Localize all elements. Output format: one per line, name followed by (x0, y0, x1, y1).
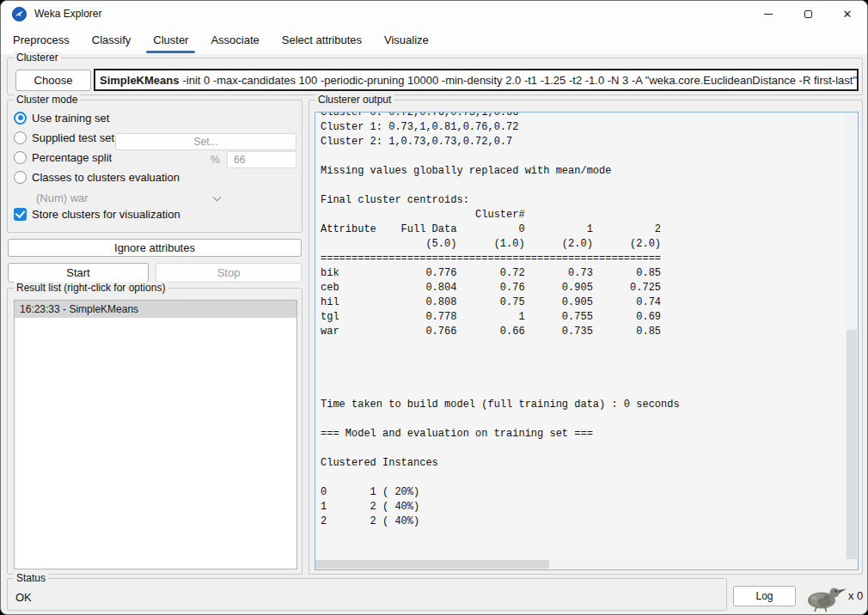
percentage-split-input[interactable]: 66 (227, 151, 296, 168)
clusterer-output-group: Clusterer output Cluster 0: 0.72,0.76,0.… (309, 100, 863, 575)
cluster-mode-group: Cluster mode Use training set Supplied t… (7, 100, 303, 233)
class-attribute-combo[interactable]: (Num) war (36, 190, 227, 206)
result-list: 16:23:33 - SimpleKMeans (14, 300, 297, 569)
percent-sign-label: % (211, 154, 220, 166)
radio-label: Percentage split (32, 151, 112, 164)
explorer-tab-bar: Preprocess Classify Cluster Associate Se… (1, 27, 867, 54)
radio-icon (14, 171, 27, 184)
clusterer-output-area[interactable]: Cluster 0: 0.72,0.76,0.73,1,0.66 Cluster… (315, 112, 859, 570)
close-button[interactable]: ✕ (828, 1, 867, 27)
weka-bird-icon (804, 582, 848, 613)
close-icon: ✕ (843, 8, 853, 21)
radio-supplied-test-set[interactable]: Supplied test set (14, 131, 114, 144)
tab-preprocess[interactable]: Preprocess (2, 27, 81, 54)
radio-label: Supplied test set (32, 131, 114, 144)
radio-icon (14, 151, 27, 164)
checkbox-checked-icon (14, 208, 27, 221)
log-button[interactable]: Log (733, 586, 796, 606)
window-title: Weka Explorer (34, 8, 101, 20)
clusterer-output-group-label: Clusterer output (315, 94, 394, 106)
ignore-attributes-button[interactable]: Ignore attributes (8, 239, 302, 257)
radio-percentage-split[interactable]: Percentage split (14, 150, 112, 164)
status-text: OK (15, 591, 32, 604)
tab-visualize[interactable]: Visualize (373, 27, 440, 54)
radio-icon (14, 131, 27, 144)
clusterer-group-label: Clusterer (14, 52, 61, 64)
tab-associate[interactable]: Associate (199, 27, 270, 54)
start-button[interactable]: Start (8, 263, 149, 283)
status-group-label: Status (14, 572, 48, 584)
stop-button[interactable]: Stop (156, 263, 302, 283)
tab-cluster[interactable]: Cluster (142, 27, 199, 54)
radio-use-training-set[interactable]: Use training set (14, 111, 109, 125)
result-list-group-label: Result list (right-click for options) (14, 282, 168, 294)
scheme-options: -init 0 -max-candidates 100 -periodic-pr… (182, 74, 859, 87)
checkbox-label: Store clusters for visualization (32, 208, 180, 221)
log-counter: x 0 (848, 589, 863, 602)
maximize-button[interactable] (788, 1, 828, 27)
tab-classify[interactable]: Classify (81, 27, 143, 54)
minimize-button[interactable] (749, 1, 788, 27)
clusterer-output-text: Cluster 0: 0.72,0.76,0.73,1,0.66 Cluster… (315, 112, 858, 529)
store-clusters-checkbox[interactable]: Store clusters for visualization (14, 207, 180, 221)
maximize-icon (804, 10, 812, 18)
output-vertical-scrollbar[interactable] (846, 113, 858, 559)
radio-label: Use training set (32, 112, 109, 125)
minimize-icon (764, 14, 773, 15)
radio-icon-selected (14, 112, 27, 125)
result-list-group: Result list (right-click for options) 16… (7, 288, 303, 575)
window-controls: ✕ (749, 1, 867, 27)
result-list-item[interactable]: 16:23:33 - SimpleKMeans (15, 301, 296, 318)
vertical-scrollbar-thumb[interactable] (847, 330, 857, 559)
title-bar: Weka Explorer ✕ (1, 1, 867, 27)
chevron-down-icon (213, 192, 222, 201)
output-horizontal-scrollbar[interactable] (315, 559, 846, 569)
radio-label: Classes to clusters evaluation (32, 171, 180, 184)
status-group: Status OK (7, 578, 727, 611)
cluster-mode-group-label: Cluster mode (14, 94, 80, 106)
set-test-set-button[interactable]: Set... (115, 133, 296, 150)
tab-select-attributes[interactable]: Select attributes (271, 27, 373, 54)
clusterer-group: Clusterer Choose SimpleKMeans -init 0 -m… (7, 58, 863, 95)
weka-explorer-window: Weka Explorer ✕ Preprocess Classify Clus… (0, 0, 868, 615)
clusterer-scheme-field[interactable]: SimpleKMeans -init 0 -max-candidates 100… (94, 69, 859, 91)
horizontal-scrollbar-thumb[interactable] (315, 560, 549, 569)
choose-clusterer-button[interactable]: Choose (15, 70, 91, 91)
class-attribute-value: (Num) war (36, 192, 89, 204)
weka-app-icon (12, 7, 27, 21)
scrollbar-corner (846, 559, 858, 569)
scheme-name: SimpleKMeans (100, 74, 179, 87)
radio-classes-to-clusters[interactable]: Classes to clusters evaluation (14, 170, 180, 184)
